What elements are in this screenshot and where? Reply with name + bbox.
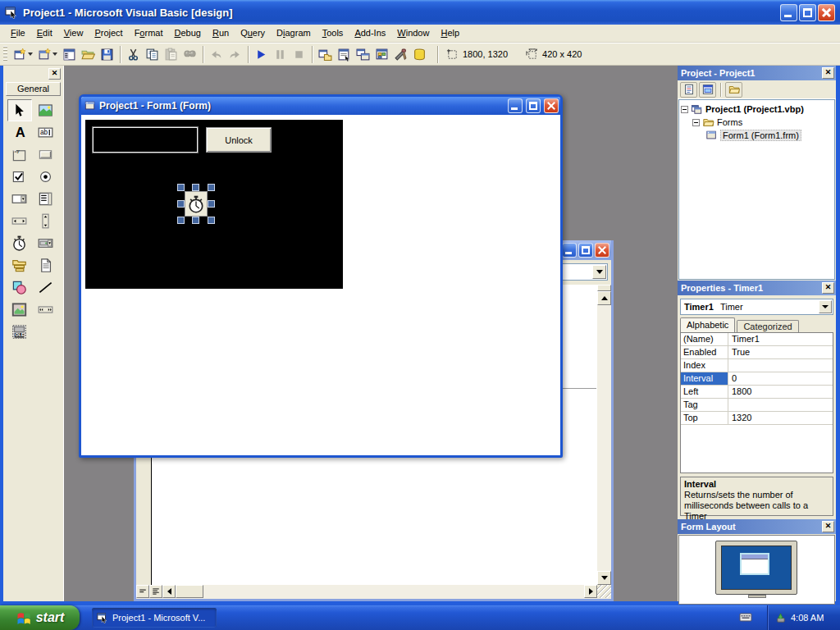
toolbox-frame[interactable]: xy: [7, 144, 32, 166]
keyboard-icon[interactable]: [739, 610, 756, 624]
menu-diagram[interactable]: Diagram: [271, 25, 317, 42]
start-button[interactable]: [252, 45, 271, 64]
toolbox-vscrollbar[interactable]: [34, 210, 58, 232]
redo-button[interactable]: [226, 45, 244, 64]
menu-help[interactable]: Help: [435, 25, 465, 42]
form-layout-close-icon[interactable]: ✕: [822, 521, 834, 532]
toolbox-drivelistbox[interactable]: [34, 232, 58, 254]
form1-design-surface[interactable]: Unlock: [85, 120, 343, 289]
toolbox-commandbutton[interactable]: [34, 144, 58, 166]
copy-button[interactable]: [143, 45, 162, 64]
tab-categorized[interactable]: Categorized: [737, 320, 798, 332]
tree-item-form1[interactable]: Form1 (Form1.frm): [705, 129, 833, 142]
tab-alphabetic[interactable]: Alphabetic: [680, 317, 735, 332]
toolbox-combobox[interactable]: [7, 188, 32, 210]
procedure-dropdown-arrow-icon[interactable]: [592, 265, 606, 279]
project-explorer-titlebar[interactable]: Project - Project1 ✕: [678, 66, 836, 80]
menu-format[interactable]: Format: [129, 25, 169, 42]
toolbox-button[interactable]: [391, 45, 410, 64]
resize-handle[interactable]: [178, 217, 184, 223]
properties-titlebar[interactable]: Properties - Timer1 ✕: [678, 281, 836, 295]
resize-handle[interactable]: [208, 185, 214, 190]
resize-handle[interactable]: [208, 217, 214, 223]
start-menu-button[interactable]: start: [0, 605, 80, 630]
toolbox-hscrollbar[interactable]: [7, 210, 32, 232]
add-project-dropdown[interactable]: [28, 52, 33, 56]
resize-handle[interactable]: [178, 185, 184, 190]
scroll-down-icon[interactable]: [597, 571, 611, 585]
minimize-button[interactable]: [780, 4, 797, 21]
menu-view[interactable]: View: [58, 25, 89, 42]
cut-button[interactable]: [124, 45, 143, 64]
project-explorer-close-icon[interactable]: ✕: [822, 67, 834, 79]
form-designer-titlebar[interactable]: Project1 - Form1 (Form): [81, 97, 560, 115]
property-row[interactable]: Left1800: [681, 386, 833, 399]
menu-debug[interactable]: Debug: [168, 25, 206, 42]
view-code-button[interactable]: [680, 82, 697, 98]
menu-window[interactable]: Window: [391, 25, 435, 42]
split-handle[interactable]: [597, 285, 611, 291]
form-preview[interactable]: [740, 553, 769, 575]
tree-item-forms[interactable]: Forms: [692, 116, 833, 129]
form-layout-titlebar[interactable]: Form Layout ✕: [678, 519, 836, 534]
scroll-up-icon[interactable]: [597, 291, 611, 305]
menu-query[interactable]: Query: [235, 25, 271, 42]
paste-button[interactable]: [162, 45, 180, 64]
toggle-folders-button[interactable]: [725, 82, 742, 98]
form-maximize-button[interactable]: [526, 98, 541, 113]
toolbox-filelistbox[interactable]: [34, 254, 58, 276]
property-row[interactable]: Top1320: [681, 412, 833, 425]
vertical-scrollbar[interactable]: [597, 305, 611, 571]
toolbox-image[interactable]: [7, 299, 32, 321]
properties-close-icon[interactable]: ✕: [822, 282, 834, 294]
toolbox-ole[interactable]: OLE: [7, 321, 32, 343]
menu-project[interactable]: Project: [89, 25, 128, 42]
toolbox-pointer[interactable]: [7, 99, 32, 121]
menu-run[interactable]: Run: [207, 25, 235, 42]
menu-tools[interactable]: Tools: [317, 25, 349, 42]
view-object-button[interactable]: [699, 82, 716, 98]
toolbox-textbox[interactable]: ab: [34, 121, 58, 144]
toolbox-picturebox[interactable]: [34, 99, 58, 121]
properties-dropdown-arrow-icon[interactable]: [819, 300, 832, 313]
text1-textbox[interactable]: [93, 127, 198, 153]
toolbox-tab-general[interactable]: General: [6, 82, 61, 96]
code-maximize-button[interactable]: [578, 243, 593, 258]
toolbox-line[interactable]: [34, 276, 58, 299]
open-button[interactable]: [79, 45, 98, 64]
hscroll-thumb[interactable]: [176, 585, 203, 598]
unlock-button[interactable]: Unlock: [206, 127, 272, 153]
property-row[interactable]: Tag: [681, 399, 833, 412]
toolbox-label[interactable]: A: [7, 121, 32, 144]
tray-app-icon[interactable]: [774, 612, 787, 624]
add-project-button[interactable]: [11, 45, 30, 64]
toolbox-timer[interactable]: [7, 232, 32, 254]
scroll-right-icon[interactable]: [584, 585, 597, 598]
menu-file[interactable]: File: [5, 25, 31, 42]
property-row[interactable]: (Name)Timer1: [681, 333, 833, 346]
property-row-selected[interactable]: Interval0: [681, 372, 833, 386]
break-button[interactable]: [271, 45, 290, 64]
maximize-button[interactable]: [799, 4, 816, 21]
menu-edit[interactable]: Edit: [31, 25, 58, 42]
find-button[interactable]: [180, 45, 199, 64]
resize-handle[interactable]: [208, 201, 214, 207]
toolbox-optionbutton[interactable]: [34, 166, 58, 188]
collapse-icon[interactable]: [681, 106, 688, 113]
full-module-view-icon[interactable]: [149, 585, 162, 598]
scroll-left-icon[interactable]: [162, 585, 176, 598]
toolbox-dirlistbox[interactable]: [7, 254, 32, 276]
add-form-button[interactable]: [35, 45, 54, 64]
form-layout-window-button[interactable]: [354, 45, 372, 64]
toolbar-grip[interactable]: [3, 46, 7, 62]
end-button[interactable]: [290, 45, 308, 64]
form-minimize-button[interactable]: [508, 98, 523, 113]
code-close-button[interactable]: [595, 243, 609, 258]
toolbox-checkbox[interactable]: [7, 166, 32, 188]
tree-item-project[interactable]: Project1 (Project1.vbp): [681, 103, 833, 116]
close-button[interactable]: [818, 4, 835, 21]
undo-button[interactable]: [207, 45, 226, 64]
toolbox-data[interactable]: [34, 299, 58, 321]
save-button[interactable]: [98, 45, 116, 64]
properties-object-dropdown[interactable]: Timer1 Timer: [680, 299, 833, 315]
